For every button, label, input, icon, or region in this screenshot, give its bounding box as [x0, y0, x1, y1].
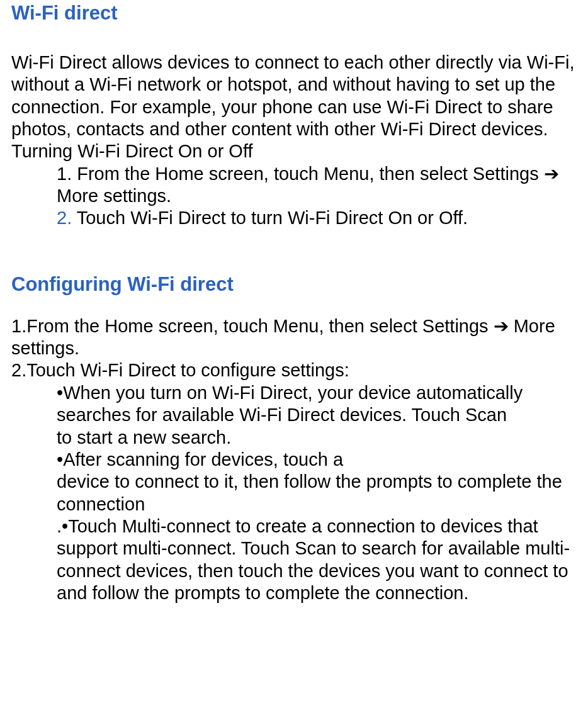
- steps-list-1: 1. From the Home screen, touch Menu, the…: [11, 163, 577, 230]
- step-1-text-post: More settings.: [57, 186, 171, 206]
- intro-paragraph: Wi-Fi Direct allows devices to connect t…: [11, 52, 577, 141]
- config-step-1: 1.From the Home screen, touch Menu, then…: [11, 315, 577, 360]
- bullet-2-line2: device to connect to it, then follow the…: [57, 471, 577, 515]
- config-step-2: 2.Touch Wi-Fi Direct to configure settin…: [11, 359, 577, 381]
- step-2: 2. Touch Wi-Fi Direct to turn Wi-Fi Dire…: [57, 207, 577, 229]
- step-2-text: Touch Wi-Fi Direct to turn Wi-Fi Direct …: [72, 208, 468, 228]
- subheading-turning-on-off: Turning Wi-Fi Direct On or Off: [11, 140, 577, 162]
- document-page: Wi-Fi direct Wi-Fi Direct allows devices…: [0, 0, 588, 720]
- heading-wifi-direct: Wi-Fi direct: [11, 0, 577, 25]
- step-1: 1. From the Home screen, touch Menu, the…: [57, 163, 577, 208]
- bullet-1-line2: searches for available Wi-Fi Direct devi…: [57, 404, 577, 426]
- bullet-3: .•Touch Multi-connect to create a connec…: [57, 515, 577, 605]
- heading-configuring: Configuring Wi-Fi direct: [11, 273, 577, 296]
- bullet-2-line1: •After scanning for devices, touch a: [57, 449, 577, 471]
- bullet-list: •When you turn on Wi-Fi Direct, your dev…: [11, 382, 577, 605]
- config-step-1-pre: 1.From the Home screen, touch Menu, then…: [11, 316, 494, 336]
- bullet-1-line3: to start a new search.: [57, 427, 577, 449]
- step-2-number: 2.: [57, 208, 72, 228]
- bullet-1-line1: •When you turn on Wi-Fi Direct, your dev…: [57, 382, 577, 404]
- arrow-icon: ➔: [544, 164, 559, 184]
- arrow-icon: ➔: [494, 316, 509, 336]
- step-1-text-pre: 1. From the Home screen, touch Menu, the…: [57, 164, 544, 184]
